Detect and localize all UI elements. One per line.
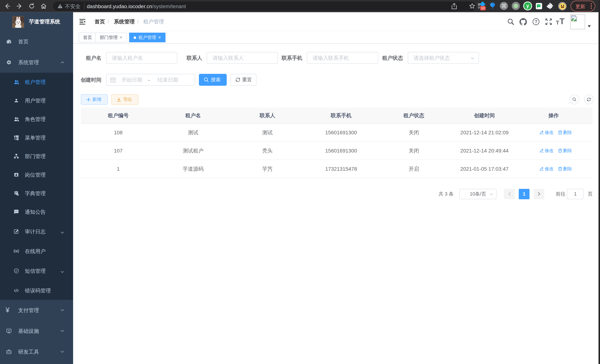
svg-text:?: ? bbox=[535, 19, 537, 24]
